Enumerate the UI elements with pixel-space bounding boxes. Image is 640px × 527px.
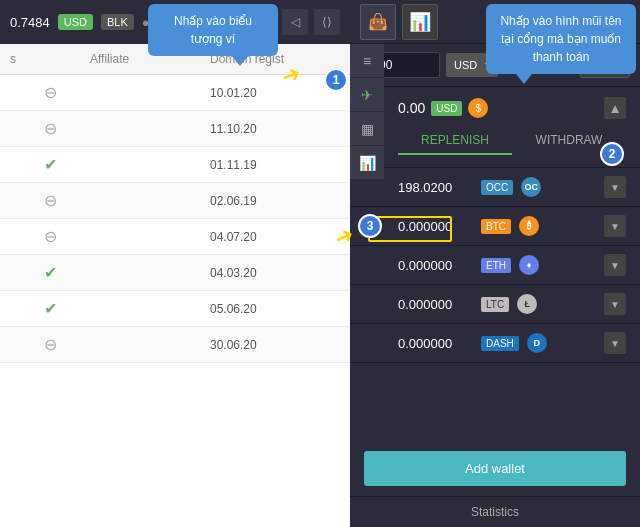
currency-row-dash: 0.000000 DASH D ▼	[350, 324, 640, 363]
status-icon: ✔	[10, 263, 90, 282]
date-cell: 04.07.20	[210, 230, 340, 244]
main-container: 0.7484 USD BLK ● 4.21750518 ◁ ⟨⟩ s Affil…	[0, 0, 640, 527]
tab-withdraw[interactable]: WITHDRAW	[512, 127, 626, 155]
send-btn[interactable]: Send	[580, 52, 630, 78]
status-icon: ✔	[10, 299, 90, 318]
currency-row-eth: 0.000000 ETH ♦ ▼	[350, 246, 640, 285]
top-bar: 0.7484 USD BLK ● 4.21750518 ◁ ⟨⟩	[0, 0, 350, 44]
usd-badge: USD	[58, 14, 93, 30]
wallet-top-bar: 👜 📊 Write to us	[350, 0, 640, 44]
col-affiliate: Affiliate	[90, 52, 210, 66]
nav-code-btn[interactable]: ⟨⟩	[314, 9, 340, 35]
ltc-badge: LTC	[481, 297, 509, 312]
col-s: s	[10, 52, 90, 66]
currency-row-ltc: 0.000000 LTC Ł ▼	[350, 285, 640, 324]
side-icon-grid[interactable]: ▦	[350, 112, 384, 146]
ltc-icon: Ł	[517, 294, 537, 314]
occ-badge: OCC	[481, 180, 513, 195]
table-row: ⊖ 10.01.20	[0, 75, 350, 111]
balance-amount: 0.00	[398, 100, 425, 116]
send-currency-select[interactable]: USD	[446, 53, 498, 77]
balance-usd-badge: USD	[431, 101, 462, 116]
ltc-amount: 0.000000	[398, 297, 473, 312]
dash-amount: 0.000000	[398, 336, 473, 351]
occ-amount: 198.0200	[398, 180, 473, 195]
btc-amount: 0.000000	[398, 219, 473, 234]
currency-list: 198.0200 OCC OC ▼ 0.000000 BTC ₿ ▼ 0.000…	[350, 168, 640, 441]
wallet-panel: 👜 📊 Write to us USD Send ≡ ✈ ▦ 📊 0.00	[350, 0, 640, 527]
table-row: ✔ 04.03.20	[0, 255, 350, 291]
table-area: 0.7484 USD BLK ● 4.21750518 ◁ ⟨⟩ s Affil…	[0, 0, 350, 527]
table-row: ✔ 05.06.20	[0, 291, 350, 327]
table-row: ⊖ 04.07.20	[0, 219, 350, 255]
occ-chevron-btn[interactable]: ▼	[604, 176, 626, 198]
table-row: ⊖ 02.06.19	[0, 183, 350, 219]
date-cell: 30.06.20	[210, 338, 340, 352]
side-icon-menu[interactable]: ≡	[350, 44, 384, 78]
wallet-balance-area: 0.00 USD $ ▲ REPLENISH WITHDRAW	[350, 87, 640, 168]
date-cell: 02.06.19	[210, 194, 340, 208]
wallet-send-bar: USD Send	[350, 44, 640, 87]
status-icon: ⊖	[10, 335, 90, 354]
table-row: ⊖ 11.10.20	[0, 111, 350, 147]
status-icon: ⊖	[10, 227, 90, 246]
side-icons: ≡ ✈ ▦ 📊	[350, 44, 384, 180]
dash-badge: DASH	[481, 336, 519, 351]
balance-row: 0.00 USD $ ▲	[398, 97, 626, 119]
chart-icon-btn[interactable]: 📊	[402, 4, 438, 40]
occ-icon: OC	[521, 177, 541, 197]
date-cell: 01.11.19	[210, 158, 340, 172]
currency-row-btc: 0.000000 BTC ₿ ▼	[350, 207, 640, 246]
coin-icon: $	[468, 98, 488, 118]
status-icon: ⊖	[10, 83, 90, 102]
status-icon: ⊖	[10, 119, 90, 138]
dot-separator: ●	[142, 15, 150, 30]
ltc-chevron-btn[interactable]: ▼	[604, 293, 626, 315]
statistics-btn[interactable]: Statistics	[350, 496, 640, 527]
nav-prev-btn[interactable]: ◁	[282, 9, 308, 35]
status-icon: ⊖	[10, 191, 90, 210]
date-cell: 11.10.20	[210, 122, 340, 136]
wallet-icon: 👜	[368, 12, 388, 31]
btc-badge: BTC	[481, 219, 511, 234]
eth-icon: ♦	[519, 255, 539, 275]
chart-icon: 📊	[409, 11, 431, 33]
btc-icon: ₿	[519, 216, 539, 236]
wallet-icon-btn[interactable]: 👜	[360, 4, 396, 40]
tab-replenish[interactable]: REPLENISH	[398, 127, 512, 155]
crypto-amount: 4.21750518	[158, 15, 227, 30]
table-row: ⊖ 30.06.20	[0, 327, 350, 363]
currency-row-occ: 198.0200 OCC OC ▼	[350, 168, 640, 207]
write-to-us-btn[interactable]: Write to us	[549, 9, 630, 35]
date-cell: 04.03.20	[210, 266, 340, 280]
col-domain: Domain regist	[210, 52, 340, 66]
up-arrow-btn[interactable]: ▲	[604, 97, 626, 119]
balance-value: 0.7484	[10, 15, 50, 30]
status-icon: ✔	[10, 155, 90, 174]
add-wallet-btn[interactable]: Add wallet	[364, 451, 626, 486]
table-header: s Affiliate Domain regist	[0, 44, 350, 75]
dash-icon: D	[527, 333, 547, 353]
side-icon-chart[interactable]: 📊	[350, 146, 384, 180]
eth-chevron-btn[interactable]: ▼	[604, 254, 626, 276]
tabs-row: REPLENISH WITHDRAW	[398, 127, 626, 155]
date-cell: 05.06.20	[210, 302, 340, 316]
dash-chevron-btn[interactable]: ▼	[604, 332, 626, 354]
eth-amount: 0.000000	[398, 258, 473, 273]
blk-badge: BLK	[101, 14, 134, 30]
btc-chevron-btn[interactable]: ▼	[604, 215, 626, 237]
side-icon-telegram[interactable]: ✈	[350, 78, 384, 112]
nav-icons: ◁ ⟨⟩	[282, 9, 340, 35]
eth-badge: ETH	[481, 258, 511, 273]
table-row: ✔ 01.11.19	[0, 147, 350, 183]
date-cell: 10.01.20	[210, 86, 340, 100]
